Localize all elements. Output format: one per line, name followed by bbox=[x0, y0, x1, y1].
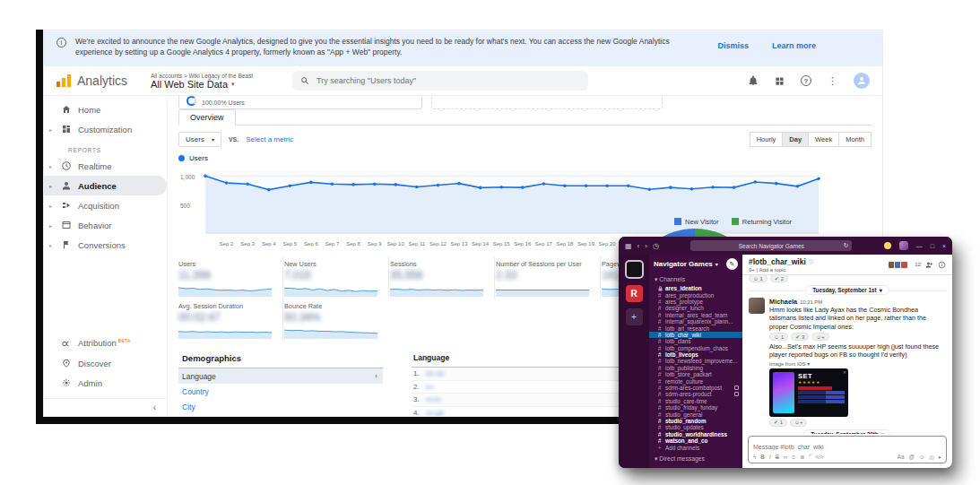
channels-section-header[interactable]: ▾ Channels bbox=[655, 276, 742, 283]
info-icon[interactable] bbox=[938, 261, 946, 269]
granularity-hourly-button[interactable]: Hourly bbox=[750, 132, 784, 147]
add-segment-chip[interactable] bbox=[431, 96, 663, 109]
demographics-item-city[interactable]: City bbox=[178, 399, 383, 414]
reaction-chip[interactable]: ✔ 2 bbox=[770, 275, 788, 282]
text-format-icon[interactable]: Aa bbox=[898, 454, 905, 460]
channel-designer_lunch[interactable]: #designer_lunch bbox=[649, 305, 742, 311]
avatar[interactable] bbox=[749, 298, 765, 314]
add-reaction-button[interactable]: ☺+ bbox=[790, 419, 807, 427]
record-icon[interactable]: ◎ bbox=[929, 454, 934, 460]
metric-card-sessions[interactable]: Sessions35,556 bbox=[390, 256, 495, 299]
metric-card-users[interactable]: Users11,398 bbox=[178, 256, 283, 299]
workspace-name[interactable]: Navigator Games bbox=[654, 260, 713, 268]
channel-studio_random[interactable]: #studio_random bbox=[649, 418, 742, 424]
reaction-chip[interactable]: ✔ 1 bbox=[769, 419, 787, 427]
select-metric-link[interactable]: Select a metric bbox=[246, 135, 293, 143]
metric-card-bounce-rate[interactable]: Bounce Rate50.34% bbox=[284, 299, 389, 341]
property-switcher[interactable]: All Web Site Data ▾ bbox=[151, 79, 253, 90]
channel-lotb_compendium_chaos[interactable]: #lotb_compendium_chaos bbox=[649, 345, 742, 351]
help-icon[interactable]: ? bbox=[801, 75, 811, 86]
add-workspace-button[interactable]: + bbox=[626, 308, 643, 325]
direct-messages-section-header[interactable]: ▾ Direct messages bbox=[655, 455, 742, 463]
search-input[interactable] bbox=[317, 76, 580, 85]
code-icon[interactable]: </> bbox=[815, 454, 823, 460]
dismiss-button[interactable]: Dismiss bbox=[717, 41, 749, 50]
member-count[interactable]: 12 bbox=[915, 262, 921, 267]
slack-search-bar[interactable]: Search Navigator Games ↻ bbox=[690, 240, 852, 251]
global-search[interactable] bbox=[292, 71, 588, 91]
shortcuts-icon[interactable]: ϟ bbox=[753, 454, 756, 460]
apps-grid-icon[interactable] bbox=[775, 76, 785, 86]
image-attachment[interactable]: ✕ SET ★★★★★ bbox=[769, 368, 848, 417]
history-forward-icon[interactable]: › bbox=[645, 242, 647, 250]
channel-lotb_store_packart[interactable]: #lotb_store_packart bbox=[649, 371, 742, 377]
add-person-icon[interactable] bbox=[925, 261, 933, 269]
add-reaction-button[interactable]: ☺+ bbox=[811, 333, 828, 341]
channel-studio_care-time[interactable]: #studio_care-time bbox=[649, 398, 742, 404]
timestamp[interactable]: 10:21 PM bbox=[800, 299, 822, 305]
language-value[interactable]: en-gb bbox=[426, 409, 444, 416]
minimize-button[interactable]: — bbox=[916, 243, 923, 249]
channel-sdrm-ares-product[interactable]: #sdrm-ares-product bbox=[649, 391, 742, 397]
author-name[interactable]: Michaela bbox=[769, 298, 797, 306]
channel-topic[interactable]: 9+ | Add a topic bbox=[749, 267, 814, 273]
tab-overview[interactable]: Overview bbox=[178, 109, 236, 126]
bullet-list-icon[interactable]: ≣ bbox=[800, 454, 804, 460]
attachment-label[interactable]: Image from iOS ▾ bbox=[769, 361, 946, 367]
metric-card-number-of-sessions-per-user[interactable]: Number of Sessions per User2.33 bbox=[496, 256, 601, 299]
ordered-list-icon[interactable]: ≡ bbox=[792, 454, 795, 460]
demographics-item-language[interactable]: Language› bbox=[178, 368, 383, 384]
sidebar-item-acquisition[interactable]: ▸Acquisition bbox=[44, 195, 167, 215]
sidebar-item-home[interactable]: Home bbox=[44, 100, 167, 119]
channel-ares_prototype[interactable]: #ares_prototype bbox=[649, 299, 742, 305]
date-divider[interactable]: Tuesday, September 29th▾ bbox=[803, 429, 891, 434]
sidebar-item-admin[interactable]: Admin bbox=[44, 373, 167, 393]
channel-watson_and_co[interactable]: #watson_and_co bbox=[649, 437, 742, 444]
sidebar-item-audience[interactable]: ▸Audience bbox=[44, 176, 167, 195]
user-avatar[interactable] bbox=[854, 73, 870, 89]
granularity-month-button[interactable]: Month bbox=[838, 132, 872, 147]
emoji-icon[interactable]: ☺ bbox=[919, 454, 924, 460]
channel-lotb_publishing[interactable]: #lotb_publishing bbox=[649, 365, 742, 371]
compose-icon[interactable]: ✎ bbox=[726, 258, 738, 270]
sidebar-item-realtime[interactable]: ▸Realtime bbox=[44, 156, 167, 176]
workspace-navigator-games-button[interactable] bbox=[625, 260, 644, 279]
channel-lotb_liveops[interactable]: #lotb_liveops bbox=[649, 351, 742, 358]
app-menu-icon[interactable]: ▦ bbox=[625, 242, 632, 250]
metric-card-avg-session-duration[interactable]: Avg. Session Duration00:02:47 bbox=[178, 299, 283, 341]
channel-studio_general[interactable]: #studio_general bbox=[649, 411, 742, 417]
channel-studio_updates[interactable]: #studio_updates bbox=[649, 424, 742, 430]
sidebar-item-behavior[interactable]: ▸Behavior bbox=[44, 215, 167, 235]
message-composer[interactable]: ϟ B I S ∞ ≡ ≣ ” </> Aa @ ☺ ◎ ▸ bbox=[748, 436, 947, 463]
sidebar-item-conversions[interactable]: ▸Conversions bbox=[44, 235, 167, 255]
close-icon[interactable]: ✕ bbox=[843, 369, 846, 375]
channel-lotb_clans[interactable]: #lotb_clans bbox=[649, 338, 742, 344]
metric-select-dropdown[interactable]: Users ▾ bbox=[178, 132, 221, 147]
granularity-day-button[interactable]: Day bbox=[782, 132, 809, 147]
channel-internal_ares_lead_team[interactable]: #internal_ares_lead_team bbox=[649, 312, 742, 318]
sidebar-collapse-button[interactable]: ‹ bbox=[44, 398, 167, 416]
channel-internal_squarenix_plann[interactable]: #internal_squarenix_plann... bbox=[649, 318, 742, 325]
close-button[interactable]: × bbox=[942, 243, 946, 249]
message-input[interactable] bbox=[749, 441, 946, 452]
strikethrough-icon[interactable]: S bbox=[776, 454, 779, 460]
italic-icon[interactable]: I bbox=[769, 454, 771, 460]
reaction-chip[interactable]: ☺ 1 bbox=[769, 333, 788, 341]
mention-icon[interactable]: @ bbox=[908, 454, 914, 460]
workspace-r-button[interactable]: R bbox=[626, 285, 643, 302]
channel-ares_preproduction[interactable]: #ares_preproduction bbox=[649, 291, 742, 298]
sidebar-item-attribution[interactable]: AttributionBETA bbox=[44, 333, 167, 353]
date-divider[interactable]: Tuesday, September 1st▾ bbox=[805, 285, 889, 295]
reaction-chip[interactable]: ✔ 3 bbox=[791, 333, 809, 341]
sidebar-item-discover[interactable]: Discover bbox=[44, 353, 167, 373]
member-avatars[interactable] bbox=[889, 261, 908, 269]
channel-sdrm-ares-combatpost[interactable]: #sdrm-ares-combatpost bbox=[649, 385, 742, 391]
link-icon[interactable]: ∞ bbox=[784, 454, 788, 460]
language-value[interactable]: en-us bbox=[426, 369, 444, 377]
notifications-bell-icon[interactable] bbox=[748, 75, 759, 86]
channel-remote_culture[interactable]: #remote_culture bbox=[649, 377, 742, 384]
channel-ares_ideation[interactable]: ares_ideation bbox=[649, 285, 742, 291]
granularity-week-button[interactable]: Week bbox=[808, 132, 839, 147]
segment-chip-all-users[interactable]: 100.00% Users bbox=[178, 96, 422, 109]
channel-lotb_newsfeed_improveme[interactable]: #lotb_newsfeed_improveme... bbox=[649, 358, 742, 364]
